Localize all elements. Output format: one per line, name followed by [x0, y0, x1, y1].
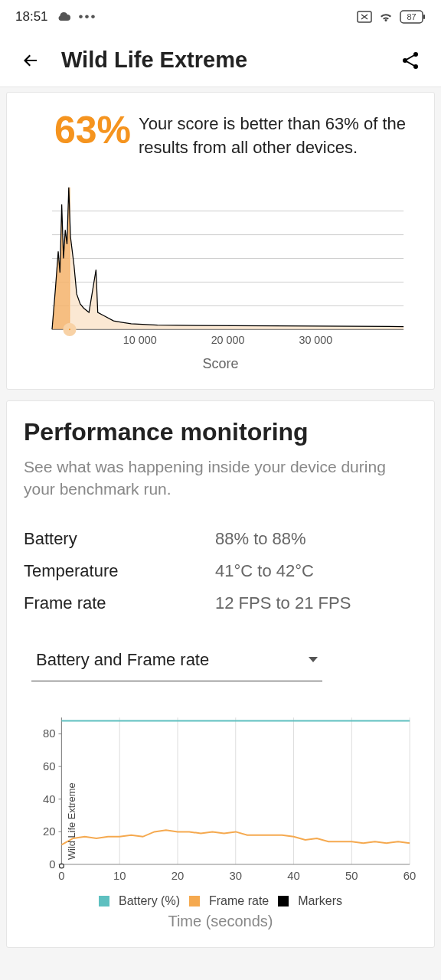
svg-text:10: 10: [113, 870, 126, 882]
svg-text:87: 87: [407, 12, 416, 21]
back-button[interactable]: [12, 42, 49, 79]
legend-label: Battery (%): [119, 894, 180, 908]
performance-title: Performance monitoring: [24, 418, 417, 446]
status-left: 18:51 •••: [15, 9, 96, 24]
chart-type-dropdown[interactable]: Battery and Frame rate: [31, 642, 322, 681]
svg-text:0: 0: [58, 870, 64, 882]
perf-label: Frame rate: [24, 587, 215, 619]
legend-label: Markers: [298, 894, 342, 908]
share-button[interactable]: [392, 42, 429, 79]
performance-description: See what was happening inside your devic…: [24, 456, 417, 501]
legend-swatch-markers: [278, 896, 289, 906]
cloud-icon: [56, 11, 71, 22]
line-chart-xlabel: Time (seconds): [24, 913, 417, 930]
perf-row-framerate: Frame rate 12 FPS to 21 FPS: [24, 587, 417, 619]
status-right: 87: [357, 10, 426, 24]
legend-swatch-framerate: [189, 896, 200, 906]
svg-text:40: 40: [43, 792, 55, 805]
distribution-xlabel: Score: [24, 356, 417, 372]
svg-text:Wild Life Extreme: Wild Life Extreme: [66, 782, 77, 860]
score-card: 63% Your score is better than 63% of the…: [6, 92, 435, 390]
status-time: 18:51: [15, 9, 48, 24]
svg-text:20 000: 20 000: [211, 334, 245, 346]
legend-label: Frame rate: [209, 894, 269, 908]
status-x-icon: [357, 11, 372, 23]
arrow-left-icon: [20, 50, 41, 71]
svg-text:20: 20: [43, 825, 55, 838]
svg-rect-2: [423, 15, 425, 19]
status-bar: 18:51 ••• 87: [0, 0, 441, 34]
svg-text:30 000: 30 000: [299, 334, 332, 346]
perf-row-battery: Battery 88% to 88%: [24, 523, 417, 555]
svg-text:50: 50: [345, 870, 358, 882]
svg-text:60: 60: [403, 870, 416, 882]
performance-card: Performance monitoring See what was happ…: [6, 400, 435, 948]
svg-point-14: [66, 325, 74, 333]
perf-value: 88% to 88%: [215, 523, 306, 555]
legend-swatch-battery: [99, 896, 109, 906]
distribution-chart: 10 00020 00030 000 Score: [24, 183, 417, 372]
svg-text:80: 80: [43, 727, 55, 740]
perf-label: Battery: [24, 523, 215, 555]
dropdown-label: Battery and Frame rate: [36, 650, 209, 670]
perf-value: 41°C to 42°C: [215, 555, 314, 587]
battery-icon: 87: [400, 10, 426, 24]
svg-text:10 000: 10 000: [123, 334, 157, 346]
svg-text:60: 60: [43, 760, 55, 773]
svg-text:20: 20: [172, 870, 184, 882]
perf-row-temperature: Temperature 41°C to 42°C: [24, 555, 417, 587]
svg-text:0: 0: [49, 858, 55, 871]
perf-value: 12 FPS to 21 FPS: [215, 587, 351, 619]
chart-legend: Battery (%) Frame rate Markers: [24, 894, 417, 908]
svg-text:40: 40: [287, 870, 299, 882]
app-header: Wild Life Extreme: [0, 34, 441, 87]
svg-text:30: 30: [230, 870, 242, 882]
score-percent: 63%: [24, 109, 131, 152]
performance-line-chart: 0204060800102030405060Wild Life Extreme …: [24, 712, 417, 930]
page-title: Wild Life Extreme: [61, 47, 392, 73]
score-description: Your score is better than 63% of the res…: [139, 109, 417, 160]
share-icon: [400, 51, 420, 70]
chevron-down-icon: [309, 657, 318, 662]
more-icon: •••: [79, 9, 97, 24]
perf-label: Temperature: [24, 555, 215, 587]
wifi-icon: [378, 11, 394, 23]
